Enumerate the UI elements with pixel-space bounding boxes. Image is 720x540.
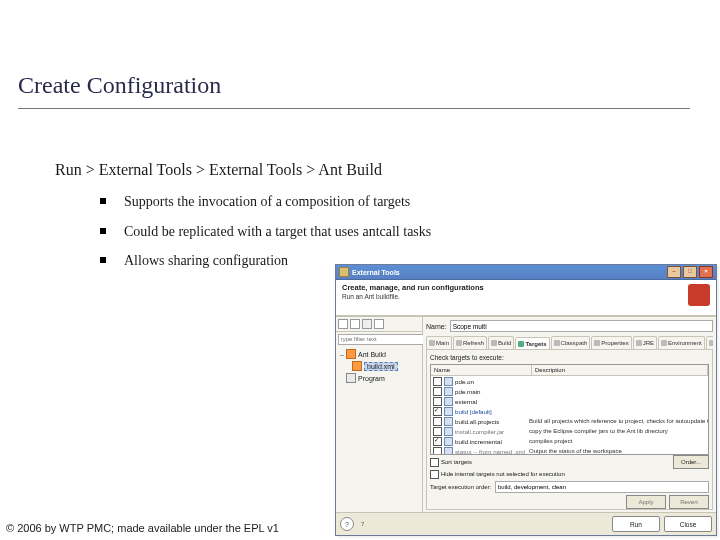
- bullet-text: Supports the invocation of a composition…: [124, 192, 410, 212]
- target-checkbox[interactable]: [433, 387, 442, 396]
- tab-icon: [429, 340, 435, 346]
- close-button[interactable]: Close: [664, 516, 712, 532]
- targets-table: Name Description pde.onpde.mainexternalb…: [430, 364, 709, 455]
- name-label: Name:: [426, 323, 447, 330]
- sort-targets-checkbox[interactable]: [430, 458, 439, 467]
- revert-button[interactable]: Revert: [669, 495, 709, 509]
- dialog-header: Create, manage, and run configurations R…: [336, 280, 716, 316]
- dialog-body: – Ant Build build.xml Program: [336, 316, 716, 513]
- target-name: build.incremental: [455, 438, 502, 445]
- bullet-text: Could be replicated with a target that u…: [124, 222, 431, 242]
- external-tools-dialog: External Tools – □ × Create, manage, and…: [335, 264, 717, 536]
- tree-filter-input[interactable]: [338, 334, 428, 345]
- table-row[interactable]: build.all.projectsBuild all projects whi…: [431, 416, 708, 426]
- targets-rows[interactable]: pde.onpde.mainexternalbuild [default]bui…: [431, 376, 708, 454]
- duplicate-config-icon[interactable]: [350, 319, 360, 329]
- target-desc: compiles project: [527, 438, 708, 444]
- bullet-item: Supports the invocation of a composition…: [100, 192, 431, 212]
- target-exec-order-input[interactable]: [495, 481, 709, 493]
- config-tree[interactable]: – Ant Build build.xml Program: [336, 346, 422, 512]
- tree-program-label[interactable]: Program: [358, 375, 385, 382]
- tab-icon: [554, 340, 560, 346]
- tab-main[interactable]: Main: [426, 336, 452, 349]
- page-indicator-small: 7: [361, 521, 364, 527]
- bullet-text: Allows sharing configuration: [124, 251, 288, 271]
- dialog-footer: ? 7 Run Close: [336, 513, 716, 535]
- check-targets-label: Check targets to execute:: [430, 354, 504, 361]
- target-checkbox[interactable]: [433, 397, 442, 406]
- config-tree-pane: – Ant Build build.xml Program: [336, 317, 423, 512]
- ant-icon: [346, 349, 356, 359]
- target-desc: Build all projects which reference to pr…: [527, 418, 708, 424]
- tree-ant-label[interactable]: Ant Build: [358, 351, 386, 358]
- titlebar-title: External Tools: [352, 269, 400, 276]
- run-button[interactable]: Run: [612, 516, 660, 532]
- target-icon: [444, 377, 453, 386]
- target-icon: [444, 397, 453, 406]
- hide-internal-checkbox[interactable]: [430, 470, 439, 479]
- dialog-header-subtitle: Run an Ant buildfile.: [342, 293, 710, 300]
- target-desc: copy the Eclipse compiler jars to the An…: [527, 428, 708, 434]
- help-button[interactable]: ?: [340, 517, 354, 531]
- order-button[interactable]: Order...: [673, 455, 709, 469]
- close-window-button[interactable]: ×: [699, 266, 713, 278]
- ant-file-icon: [352, 361, 362, 371]
- hide-internal-label: Hide internal targets not selected for e…: [441, 471, 565, 477]
- table-row[interactable]: build [default]: [431, 406, 708, 416]
- table-row[interactable]: status -- from named .xmlOutput the stat…: [431, 446, 708, 454]
- target-checkbox[interactable]: [433, 417, 442, 426]
- table-row[interactable]: pde.on: [431, 376, 708, 386]
- tab-build[interactable]: Build: [488, 336, 514, 349]
- target-name: install.compiler.jar: [455, 428, 504, 435]
- filter-config-icon[interactable]: [374, 319, 384, 329]
- target-icon: [444, 427, 453, 436]
- apply-button[interactable]: Apply: [626, 495, 666, 509]
- tab-icon: [661, 340, 667, 346]
- table-row[interactable]: build.incrementalcompiles project: [431, 436, 708, 446]
- target-icon: [444, 447, 453, 455]
- sort-targets-label: Sort targets: [441, 459, 472, 465]
- col-desc[interactable]: Description: [532, 365, 708, 375]
- tab-refresh[interactable]: Refresh: [453, 336, 487, 349]
- dialog-header-title: Create, manage, and run configurations: [342, 283, 710, 292]
- name-input[interactable]: [450, 320, 713, 332]
- config-detail-pane: Name: Main Refresh Build Targets Classpa…: [423, 317, 716, 512]
- bullet-icon: [100, 198, 106, 204]
- external-tools-icon: [688, 284, 710, 306]
- tree-selected-config[interactable]: build.xml: [364, 362, 398, 371]
- tab-icon: [636, 340, 642, 346]
- tab-targets[interactable]: Targets: [515, 337, 549, 350]
- target-name: build.all.projects: [455, 418, 499, 425]
- target-checkbox[interactable]: [433, 437, 442, 446]
- tab-properties[interactable]: Properties: [591, 336, 631, 349]
- maximize-button[interactable]: □: [683, 266, 697, 278]
- bullet-item: Could be replicated with a target that u…: [100, 222, 431, 242]
- target-name: build [default]: [455, 408, 492, 415]
- col-name[interactable]: Name: [431, 365, 532, 375]
- tab-common[interactable]: Common: [706, 336, 713, 349]
- config-tabs: Main Refresh Build Targets Classpath Pro…: [426, 335, 713, 350]
- tree-twisty-icon[interactable]: –: [338, 351, 346, 358]
- target-checkbox[interactable]: [433, 377, 442, 386]
- tab-environment[interactable]: Environment: [658, 336, 705, 349]
- target-exec-order-label: Target execution order:: [430, 484, 492, 490]
- tree-twisty-icon[interactable]: [338, 375, 346, 382]
- target-icon: [444, 437, 453, 446]
- slide-title: Create Configuration: [18, 72, 221, 99]
- minimize-button[interactable]: –: [667, 266, 681, 278]
- table-row[interactable]: pde.main: [431, 386, 708, 396]
- new-config-icon[interactable]: [338, 319, 348, 329]
- delete-config-icon[interactable]: [362, 319, 372, 329]
- tab-classpath[interactable]: Classpath: [551, 336, 591, 349]
- target-checkbox[interactable]: [433, 427, 442, 436]
- target-name: pde.main: [455, 388, 480, 395]
- target-icon: [444, 407, 453, 416]
- tab-icon: [709, 340, 713, 346]
- target-checkbox[interactable]: [433, 447, 442, 455]
- target-checkbox[interactable]: [433, 407, 442, 416]
- table-row[interactable]: install.compiler.jarcopy the Eclipse com…: [431, 426, 708, 436]
- tab-jre[interactable]: JRE: [633, 336, 657, 349]
- target-name: external: [455, 398, 477, 405]
- table-row[interactable]: external: [431, 396, 708, 406]
- titlebar[interactable]: External Tools – □ ×: [336, 265, 716, 280]
